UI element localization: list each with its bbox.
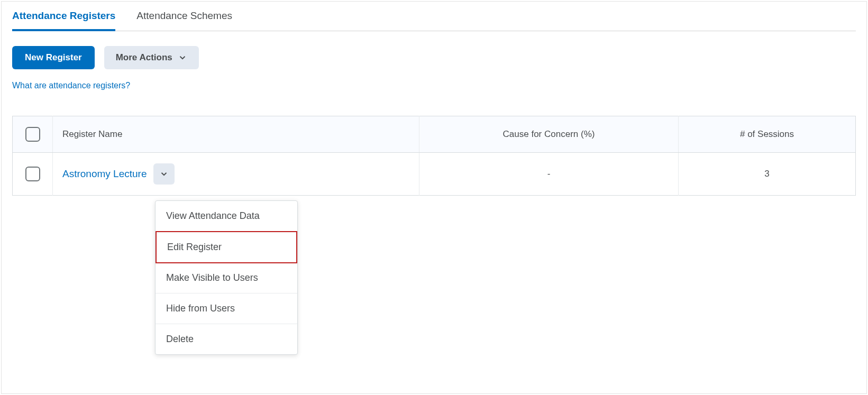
tab-attendance-schemes[interactable]: Attendance Schemes [136, 10, 232, 31]
menu-delete[interactable]: Delete [156, 324, 297, 354]
row-name-cell: Astronomy Lecture [53, 153, 419, 196]
tab-bar: Attendance Registers Attendance Schemes [12, 2, 856, 31]
actions-row: New Register More Actions [12, 46, 856, 69]
header-cause-for-concern: Cause for Concern (%) [419, 116, 679, 153]
table-row: Astronomy Lecture - 3 [13, 153, 856, 196]
header-select-all [13, 116, 53, 153]
row-select-cell [13, 153, 53, 196]
more-actions-button[interactable]: More Actions [104, 46, 199, 69]
chevron-down-icon [178, 53, 187, 62]
chevron-down-icon [159, 169, 169, 179]
row-checkbox[interactable] [25, 167, 40, 181]
menu-view-attendance-data[interactable]: View Attendance Data [156, 201, 297, 232]
menu-hide-from-users[interactable]: Hide from Users [156, 293, 297, 324]
select-all-checkbox[interactable] [25, 127, 40, 142]
help-link[interactable]: What are attendance registers? [12, 81, 130, 90]
register-link[interactable]: Astronomy Lecture [62, 168, 147, 179]
row-actions-button[interactable] [153, 163, 175, 185]
row-concern-cell: - [419, 153, 679, 196]
page-container: Attendance Registers Attendance Schemes … [1, 1, 867, 394]
more-actions-label: More Actions [116, 52, 172, 63]
row-actions-menu: View Attendance Data Edit Register Make … [155, 200, 298, 355]
new-register-button[interactable]: New Register [12, 46, 95, 69]
tab-attendance-registers[interactable]: Attendance Registers [12, 10, 115, 31]
registers-table: Register Name Cause for Concern (%) # of… [12, 116, 856, 196]
header-register-name: Register Name [53, 116, 419, 153]
row-sessions-cell: 3 [679, 153, 856, 196]
menu-make-visible[interactable]: Make Visible to Users [156, 263, 297, 293]
header-sessions: # of Sessions [679, 116, 856, 153]
menu-edit-register[interactable]: Edit Register [156, 231, 297, 263]
